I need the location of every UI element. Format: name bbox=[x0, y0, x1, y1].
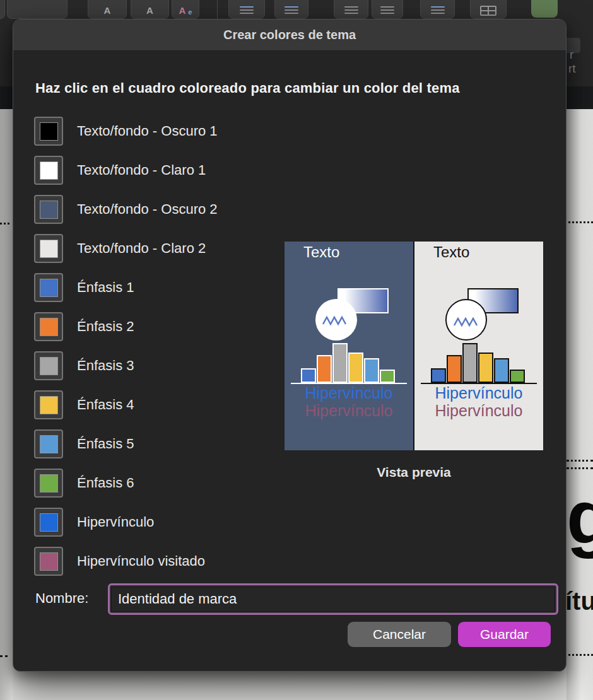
dialog-instruction: Haz clic en el cuadro coloreado para cam… bbox=[35, 80, 549, 96]
align-icon bbox=[372, 0, 403, 19]
preview-bar bbox=[494, 358, 509, 383]
preview-text-label: Texto bbox=[303, 243, 339, 261]
color-swatch bbox=[40, 513, 58, 532]
preview-circle-shape bbox=[315, 299, 357, 341]
color-swatch-button[interactable] bbox=[34, 273, 63, 302]
preview-bar bbox=[317, 355, 332, 383]
color-swatch-button[interactable] bbox=[34, 547, 63, 576]
color-swatch bbox=[40, 357, 58, 375]
color-label: Énfasis 4 bbox=[77, 397, 134, 413]
color-swatch bbox=[40, 396, 58, 414]
text-boundary-dotted-line bbox=[567, 460, 593, 462]
color-swatch bbox=[40, 552, 58, 571]
color-swatch bbox=[40, 240, 58, 258]
preview-panel-dark: Texto Hipervínculo Hipervínculo bbox=[285, 242, 413, 450]
color-swatch bbox=[40, 279, 58, 297]
color-label: Énfasis 2 bbox=[77, 318, 134, 335]
ribbon-button bbox=[7, 0, 68, 19]
theme-color-row: Énfasis 6 bbox=[34, 469, 218, 498]
theme-color-row: Texto/fondo - Oscuro 1 bbox=[34, 117, 218, 146]
preview-bar-chart bbox=[431, 343, 525, 383]
color-label: Texto/fondo - Oscuro 1 bbox=[77, 123, 218, 139]
color-swatch-button[interactable] bbox=[34, 117, 63, 146]
theme-color-list: Texto/fondo - Oscuro 1 Texto/fondo - Cla… bbox=[34, 117, 218, 576]
color-label: Énfasis 3 bbox=[77, 358, 134, 374]
preview-bar-chart bbox=[301, 343, 396, 383]
cancel-button[interactable]: Cancelar bbox=[348, 622, 451, 647]
preview-bar bbox=[510, 370, 525, 383]
table-icon bbox=[470, 0, 507, 19]
color-swatch-button[interactable] bbox=[34, 390, 63, 419]
ribbon-button bbox=[0, 0, 5, 19]
shape-icon bbox=[531, 0, 558, 18]
theme-color-row: Énfasis 5 bbox=[34, 429, 218, 458]
color-swatch-button[interactable] bbox=[34, 195, 63, 224]
preview-caption: Vista previa bbox=[285, 465, 543, 480]
theme-color-row: Énfasis 3 bbox=[34, 351, 218, 380]
text-boundary-dotted-line bbox=[568, 221, 593, 223]
name-input[interactable] bbox=[111, 586, 555, 612]
preview-hyperlink-label: Hipervínculo bbox=[414, 384, 543, 402]
theme-color-row: Texto/fondo - Oscuro 2 bbox=[34, 195, 218, 224]
color-swatch-button[interactable] bbox=[34, 508, 63, 537]
preview-bar bbox=[462, 343, 478, 383]
color-swatch-button[interactable] bbox=[34, 351, 63, 380]
preview-bar bbox=[478, 353, 493, 383]
ribbon-label-fragment: rt bbox=[568, 62, 576, 76]
text-boundary-dotted-line bbox=[0, 223, 9, 225]
color-label: Énfasis 5 bbox=[77, 436, 134, 452]
preview-bar bbox=[364, 358, 379, 383]
preview-bar bbox=[431, 368, 446, 383]
ribbon-divider bbox=[217, 0, 218, 19]
color-swatch-button[interactable] bbox=[34, 312, 63, 341]
color-swatch bbox=[40, 435, 58, 453]
preview-circle-shape bbox=[445, 299, 487, 341]
font-style-icon: A bbox=[131, 0, 169, 19]
color-swatch bbox=[40, 474, 58, 493]
ribbon-label-fragment: r bbox=[570, 48, 573, 62]
theme-color-row: Texto/fondo - Claro 1 bbox=[34, 156, 218, 185]
preview-bar bbox=[332, 343, 348, 383]
color-label: Hipervínculo bbox=[77, 514, 154, 530]
color-label: Énfasis 6 bbox=[77, 475, 134, 491]
name-field-label: Nombre: bbox=[35, 590, 88, 607]
color-swatch bbox=[40, 122, 58, 141]
text-boundary-dotted-line bbox=[568, 654, 593, 656]
theme-color-row: Énfasis 4 bbox=[34, 390, 218, 419]
preview-visited-hyperlink-label: Hipervínculo bbox=[414, 402, 543, 420]
color-swatch-button[interactable] bbox=[34, 469, 63, 498]
screen: A A Ae r rt g ítu Crear colores de tema … bbox=[0, 0, 593, 700]
color-swatch bbox=[40, 201, 58, 219]
color-swatch-button[interactable] bbox=[34, 429, 63, 458]
save-button[interactable]: Guardar bbox=[458, 622, 551, 647]
font-style-icon: A bbox=[88, 0, 127, 19]
preview-panel-light: Texto Hipervínculo Hipervínculo bbox=[414, 242, 543, 450]
preview-bar bbox=[301, 368, 316, 383]
color-swatch bbox=[40, 161, 58, 180]
theme-color-row: Hipervínculo visitado bbox=[34, 547, 218, 576]
list-format-icon bbox=[228, 0, 265, 19]
document-subheading-fragment: ítu bbox=[565, 587, 593, 615]
color-label: Énfasis 1 bbox=[77, 279, 134, 296]
color-label: Texto/fondo - Oscuro 2 bbox=[77, 201, 218, 218]
theme-color-row: Énfasis 2 bbox=[34, 312, 218, 341]
color-swatch-button[interactable] bbox=[34, 234, 63, 263]
color-swatch-button[interactable] bbox=[34, 156, 63, 185]
preview-bar bbox=[380, 370, 395, 383]
zigzag-icon bbox=[322, 315, 351, 327]
text-boundary-dotted-line bbox=[567, 467, 593, 469]
preview-text-label: Texto bbox=[433, 243, 469, 261]
color-label: Texto/fondo - Claro 1 bbox=[77, 162, 206, 178]
indent-icon bbox=[420, 0, 455, 19]
preview-bar bbox=[447, 355, 462, 383]
color-label: Hipervínculo visitado bbox=[77, 553, 205, 569]
text-boundary-dotted-line bbox=[0, 655, 8, 657]
preview-bar bbox=[348, 353, 363, 383]
preview-hyperlink-label: Hipervínculo bbox=[285, 384, 413, 402]
text-effects-icon: Ae bbox=[172, 0, 199, 19]
theme-preview: Texto Hipervínculo Hipervínculo Texto bbox=[285, 242, 543, 450]
preview-visited-hyperlink-label: Hipervínculo bbox=[285, 402, 413, 420]
color-label: Texto/fondo - Claro 2 bbox=[77, 240, 206, 257]
list-format-icon bbox=[274, 0, 308, 19]
theme-colors-dialog: Crear colores de tema Haz clic en el cua… bbox=[13, 19, 567, 672]
